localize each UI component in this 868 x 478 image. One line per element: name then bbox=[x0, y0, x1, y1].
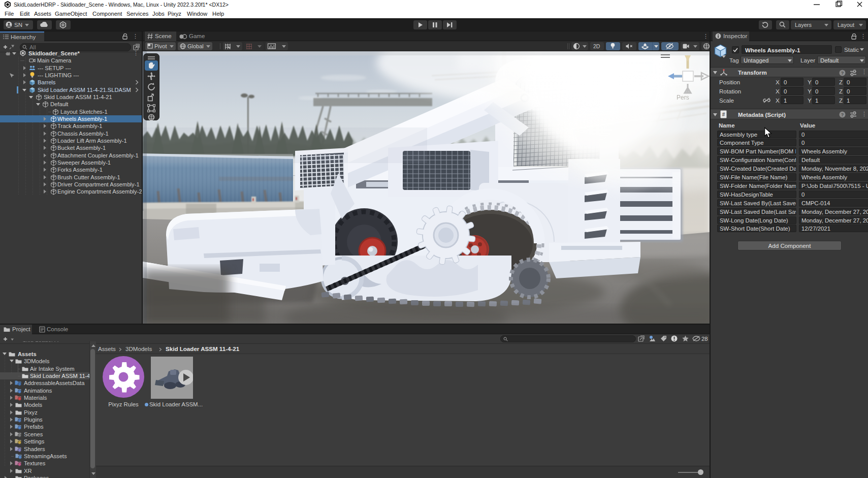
svg-text:?: ? bbox=[841, 71, 844, 76]
svg-text:?: ? bbox=[841, 112, 844, 117]
svg-text:#: # bbox=[722, 112, 725, 117]
